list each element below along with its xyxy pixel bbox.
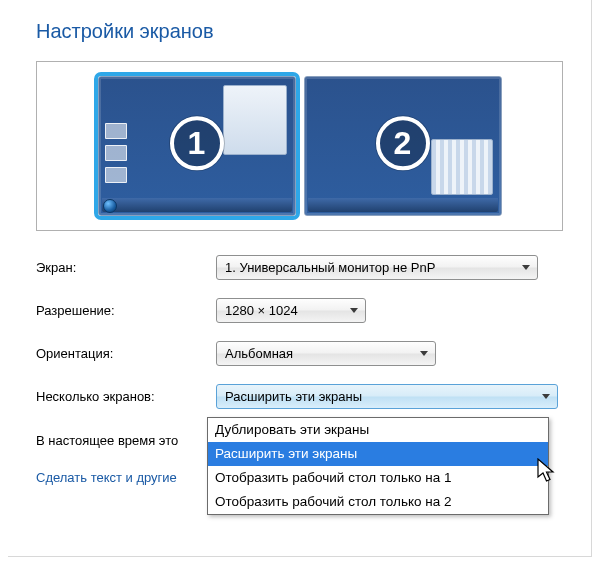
row-orientation: Ориентация: Альбомная <box>36 341 563 366</box>
orientation-value: Альбомная <box>225 346 293 361</box>
main-display-notice: В настоящее время это <box>36 433 178 448</box>
row-multi: Несколько экранов: Расширить эти экраны <box>36 384 563 409</box>
multi-value: Расширить эти экраны <box>225 389 362 404</box>
multi-option-duplicate[interactable]: Дублировать эти экраны <box>208 418 548 442</box>
orientation-combo[interactable]: Альбомная <box>216 341 436 366</box>
monitor-2[interactable]: 2 <box>304 76 502 216</box>
monitor-1-number: 1 <box>170 116 224 170</box>
chevron-down-icon <box>413 342 435 365</box>
resolution-combo[interactable]: 1280 × 1024 <box>216 298 366 323</box>
multi-option-extend[interactable]: Расширить эти экраны <box>208 442 548 466</box>
resolution-value: 1280 × 1024 <box>225 303 298 318</box>
page-title: Настройки экранов <box>36 20 563 43</box>
chevron-down-icon <box>535 385 557 408</box>
resolution-label: Разрешение: <box>36 303 216 318</box>
multi-option-only2[interactable]: Отобразить рабочий стол только на 2 <box>208 490 548 514</box>
display-value: 1. Универсальный монитор не PnP <box>225 260 435 275</box>
display-label: Экран: <box>36 260 216 275</box>
multi-dropdown: Дублировать эти экраны Расширить эти экр… <box>207 417 549 515</box>
monitors-preview: 1 2 <box>36 61 563 231</box>
multi-combo[interactable]: Расширить эти экраны <box>216 384 558 409</box>
chevron-down-icon <box>343 299 365 322</box>
monitor-1[interactable]: 1 <box>98 76 296 216</box>
display-combo[interactable]: 1. Универсальный монитор не PnP <box>216 255 538 280</box>
row-resolution: Разрешение: 1280 × 1024 <box>36 298 563 323</box>
text-size-link[interactable]: Сделать текст и другие <box>36 470 177 485</box>
multi-label: Несколько экранов: <box>36 389 216 404</box>
cursor-icon <box>537 458 557 484</box>
monitor-2-number: 2 <box>376 116 430 170</box>
orientation-label: Ориентация: <box>36 346 216 361</box>
start-orb-icon <box>103 199 117 213</box>
row-display: Экран: 1. Универсальный монитор не PnP <box>36 255 563 280</box>
multi-option-only1[interactable]: Отобразить рабочий стол только на 1 <box>208 466 548 490</box>
chevron-down-icon <box>515 256 537 279</box>
